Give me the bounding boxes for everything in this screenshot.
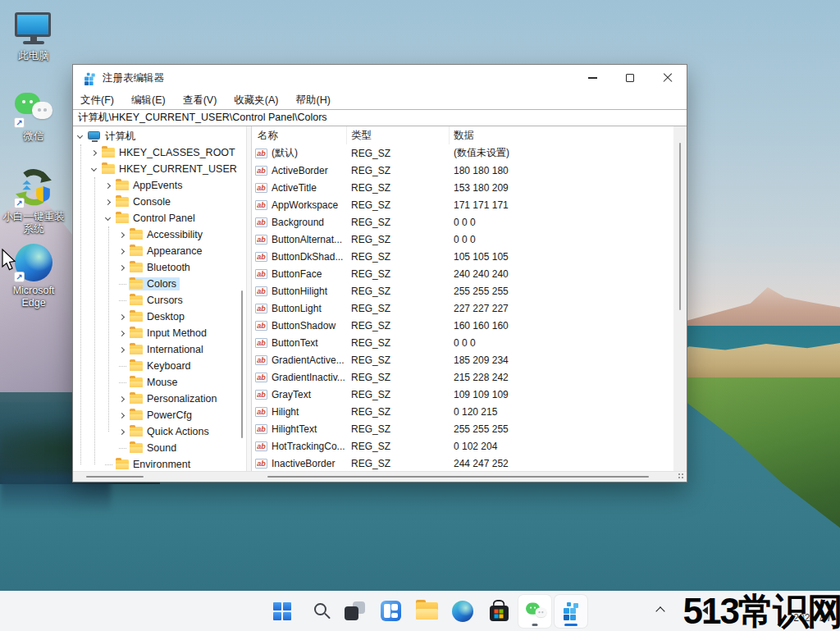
registry-value-row-inactiveborder[interactable]: abInactiveBorderREG_SZ244 247 252 [252, 455, 673, 471]
registry-value-row-buttonshadow[interactable]: abButtonShadowREG_SZ160 160 160 [252, 317, 673, 334]
registry-value-row-hilighttext[interactable]: abHilightTextREG_SZ255 255 255 [252, 420, 673, 437]
tree-item-bluetooth[interactable]: Bluetooth [73, 259, 246, 276]
chevron-right-icon[interactable] [105, 199, 111, 204]
chevron-right-icon[interactable] [119, 346, 125, 352]
tree-connector [119, 382, 126, 383]
taskbar-button-wechat[interactable] [518, 595, 551, 628]
chevron-right-icon[interactable] [119, 313, 125, 319]
taskbar: 2021/7/7 513常识网 [0, 591, 840, 631]
resize-grip-icon[interactable] [678, 473, 685, 480]
chevron-down-icon[interactable] [105, 214, 111, 220]
registry-value-row-hottrackingco[interactable]: abHotTrackingCo...REG_SZ0 102 204 [252, 437, 673, 455]
value-data: 227 227 227 [450, 303, 673, 314]
string-value-icon: ab [255, 217, 267, 227]
tree-item-personalization[interactable]: Personalization [73, 391, 246, 407]
chevron-right-icon[interactable] [91, 149, 97, 155]
list-horizontal-scrollbar[interactable] [267, 476, 649, 478]
chevron-right-icon[interactable] [119, 330, 125, 336]
menu-item-view[interactable]: 查看(V) [183, 94, 217, 107]
registry-value-row-buttondkshad[interactable]: abButtonDkShad...REG_SZ105 105 105 [252, 248, 673, 265]
registry-value-row-graytext[interactable]: abGrayTextREG_SZ109 109 109 [252, 386, 673, 403]
menu-item-help[interactable]: 帮助(H) [295, 94, 330, 107]
registry-value-row-default[interactable]: ab(默认)REG_SZ(数值未设置) [252, 144, 673, 162]
folder-icon [130, 328, 143, 338]
column-header-name[interactable]: 名称 [252, 126, 347, 144]
registry-value-row-buttonalternat[interactable]: abButtonAlternat...REG_SZ0 0 0 [252, 231, 673, 248]
maximize-button[interactable] [611, 65, 649, 91]
folder-icon [130, 246, 143, 256]
chevron-down-icon[interactable] [77, 132, 83, 138]
registry-value-row-activeborder[interactable]: abActiveBorderREG_SZ180 180 180 [252, 162, 673, 179]
tree-item-hkey-current-user[interactable]: HKEY_CURRENT_USER [73, 161, 246, 177]
tree-item-international[interactable]: International [73, 341, 246, 358]
tree-item-appevents[interactable]: AppEvents [73, 177, 246, 194]
tree-item-powercfg[interactable]: PowerCfg [73, 407, 246, 423]
string-value-icon: ab [255, 269, 267, 279]
registry-value-row-buttontext[interactable]: abButtonTextREG_SZ0 0 0 [252, 334, 673, 351]
tree-item-hkey-classes-root[interactable]: HKEY_CLASSES_ROOT [73, 144, 246, 161]
value-data: 0 0 0 [450, 217, 673, 228]
desktop-icon-wechat[interactable]: ↗微信 [2, 89, 66, 143]
registry-value-row-gradientinactiv[interactable]: abGradientInactiv...REG_SZ215 228 242 [252, 368, 673, 386]
string-value-icon: ab [255, 149, 267, 158]
taskbar-button-start[interactable] [266, 595, 299, 628]
value-name-cell: abHilight [252, 406, 347, 418]
registry-value-row-activetitle[interactable]: abActiveTitleREG_SZ153 180 209 [252, 179, 673, 196]
tree-item-input-method[interactable]: Input Method [73, 325, 246, 341]
chevron-right-icon[interactable] [105, 182, 111, 188]
registry-value-row-gradientactive[interactable]: abGradientActive...REG_SZ185 209 234 [252, 351, 673, 368]
title-bar[interactable]: 注册表编辑器 [73, 65, 687, 91]
taskbar-button-search[interactable] [302, 595, 335, 628]
desktop-icon-this-pc[interactable]: 此电脑 [2, 8, 66, 62]
registry-value-row-appworkspace[interactable]: abAppWorkspaceREG_SZ171 171 171 [252, 196, 673, 213]
taskbar-button-microsoft-store[interactable] [482, 595, 515, 628]
chevron-right-icon[interactable] [119, 396, 125, 401]
tree-item-computer[interactable]: 计算机 [73, 128, 246, 144]
tree-item-body: HKEY_CLASSES_ROOT [101, 146, 239, 159]
taskbar-button-registry-editor[interactable] [555, 595, 587, 628]
chevron-right-icon[interactable] [119, 412, 125, 418]
hidden-icons-chevron-icon[interactable] [655, 606, 664, 615]
tree-item-environment[interactable]: Environment [73, 456, 246, 471]
tree-item-desktop[interactable]: Desktop [73, 309, 246, 325]
taskbar-button-task-view[interactable] [338, 595, 371, 628]
taskbar-button-edge[interactable] [446, 595, 479, 628]
tree-item-control-panel[interactable]: Control Panel [73, 210, 246, 226]
registry-value-row-buttonlight[interactable]: abButtonLightREG_SZ227 227 227 [252, 299, 673, 317]
registry-value-row-hilight[interactable]: abHilightREG_SZ0 120 215 [252, 403, 673, 420]
chevron-right-icon[interactable] [119, 264, 125, 270]
close-button[interactable] [649, 65, 687, 91]
desktop-icon-xiaobai-reinstall[interactable]: ↗小白一键重装系统 [2, 169, 66, 235]
minimize-button[interactable] [573, 65, 611, 91]
tree-item-console[interactable]: Console [73, 194, 246, 210]
value-name-cell: abGrayText [252, 389, 347, 400]
tree-item-cursors[interactable]: Cursors [73, 292, 246, 309]
menu-item-edit[interactable]: 编辑(E) [131, 94, 166, 107]
tree-item-label: International [147, 344, 203, 355]
menu-item-favorites[interactable]: 收藏夹(A) [234, 94, 278, 107]
value-name-cell: ab(默认) [252, 146, 347, 160]
list-vertical-scrollbar[interactable] [679, 143, 681, 310]
tree-item-quick-actions[interactable]: Quick Actions [73, 423, 246, 440]
taskbar-button-widgets[interactable] [374, 595, 407, 628]
chevron-down-icon[interactable] [91, 165, 97, 171]
registry-value-row-buttonface[interactable]: abButtonFaceREG_SZ240 240 240 [252, 265, 673, 282]
tree-item-sound[interactable]: Sound [73, 440, 246, 456]
tree-item-accessibility[interactable]: Accessibility [73, 226, 246, 243]
tree-horizontal-scrollbar[interactable] [86, 476, 144, 478]
address-bar[interactable]: 计算机\HKEY_CURRENT_USER\Control Panel\Colo… [73, 109, 687, 126]
tree-item-keyboard[interactable]: Keyboard [73, 358, 246, 374]
column-header-type[interactable]: 类型 [347, 126, 450, 144]
tree-item-colors[interactable]: Colors [73, 276, 246, 292]
chevron-right-icon[interactable] [119, 248, 125, 254]
column-header-data[interactable]: 数据 [450, 126, 687, 144]
registry-value-row-buttonhilight[interactable]: abButtonHilightREG_SZ255 255 255 [252, 282, 673, 299]
chevron-right-icon[interactable] [119, 231, 125, 237]
tree-item-mouse[interactable]: Mouse [73, 374, 246, 391]
chevron-right-icon[interactable] [119, 428, 125, 434]
menu-item-file[interactable]: 文件(F) [80, 94, 114, 107]
tree-item-appearance[interactable]: Appearance [73, 243, 246, 259]
taskbar-button-file-explorer[interactable] [410, 595, 443, 628]
registry-value-row-background[interactable]: abBackgroundREG_SZ0 0 0 [252, 213, 673, 231]
list-scrollbar-track[interactable] [673, 126, 687, 471]
